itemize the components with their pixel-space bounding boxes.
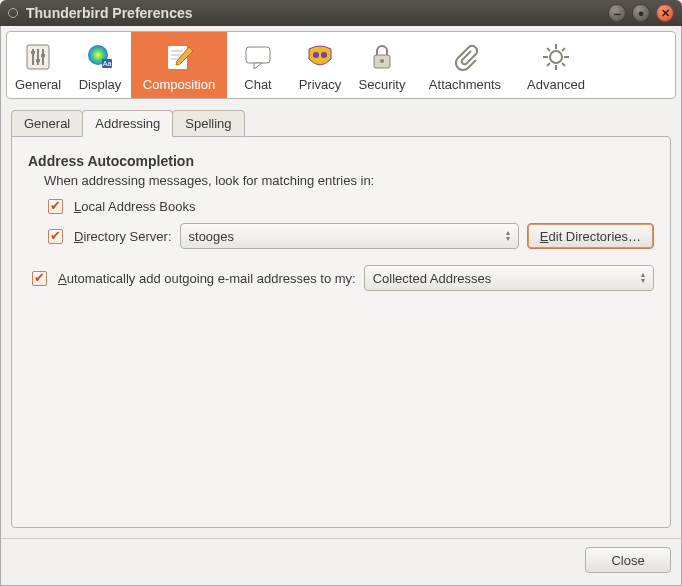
toolbar-advanced[interactable]: Advanced: [517, 32, 595, 98]
toolbar-attachments[interactable]: Attachments: [413, 32, 517, 98]
subtab-spelling[interactable]: Spelling: [172, 110, 244, 137]
toolbar-security[interactable]: Security: [351, 32, 413, 98]
toolbar-label: Security: [359, 77, 406, 92]
svg-point-20: [380, 59, 384, 63]
svg-point-18: [321, 52, 327, 58]
lock-icon: [366, 41, 398, 73]
svg-marker-16: [254, 63, 262, 69]
toolbar-label: Display: [79, 77, 122, 92]
spinner-icon: ▴▾: [506, 230, 510, 242]
window-body: General Aa Display Composition Chat Priv…: [0, 26, 682, 586]
svg-point-17: [313, 52, 319, 58]
row-directory-server: Directory Server: stooges ▴▾ Edit Direct…: [44, 223, 654, 249]
toolbar-label: Privacy: [299, 77, 342, 92]
toolbar-label: General: [15, 77, 61, 92]
svg-rect-5: [36, 59, 40, 62]
svg-rect-6: [41, 54, 45, 57]
directory-server-select[interactable]: stooges ▴▾: [180, 223, 519, 249]
local-address-books-label[interactable]: Local Address Books: [74, 199, 195, 214]
svg-point-21: [550, 51, 562, 63]
toolbar-label: Chat: [244, 77, 271, 92]
toolbar-label: Composition: [143, 77, 215, 92]
edit-directories-button[interactable]: Edit Directories…: [527, 223, 654, 249]
addressing-panel: Address Autocompletion When addressing m…: [11, 136, 671, 528]
svg-line-28: [547, 63, 550, 66]
svg-line-26: [547, 48, 550, 51]
row-local-address-books: Local Address Books: [44, 196, 654, 217]
window-title: Thunderbird Preferences: [26, 5, 193, 21]
section-description: When addressing messages, look for match…: [44, 173, 654, 188]
gear-icon: [540, 41, 572, 73]
svg-rect-4: [31, 51, 35, 54]
toolbar-general[interactable]: General: [7, 32, 69, 98]
dialog-footer: Close: [1, 538, 681, 585]
svg-line-27: [562, 63, 565, 66]
spinner-icon: ▴▾: [641, 272, 645, 284]
svg-rect-15: [246, 47, 270, 63]
svg-text:Aa: Aa: [103, 60, 112, 67]
local-address-books-checkbox[interactable]: [48, 199, 63, 214]
toolbar-privacy[interactable]: Privacy: [289, 32, 351, 98]
window-minimize-button[interactable]: ‒: [608, 4, 626, 22]
app-menu-icon[interactable]: [8, 8, 18, 18]
window-close-button[interactable]: ✕: [656, 4, 674, 22]
compose-icon: [163, 41, 195, 73]
palette-icon: Aa: [84, 41, 116, 73]
toolbar-composition[interactable]: Composition: [131, 32, 227, 98]
chat-icon: [242, 41, 274, 73]
mask-icon: [304, 41, 336, 73]
svg-line-29: [562, 48, 565, 51]
titlebar: Thunderbird Preferences ‒ ● ✕: [0, 0, 682, 26]
pref-toolbar: General Aa Display Composition Chat Priv…: [6, 31, 676, 99]
toolbar-display[interactable]: Aa Display: [69, 32, 131, 98]
toolbar-label: Advanced: [527, 77, 585, 92]
toolbar-label: Attachments: [429, 77, 501, 92]
directory-server-checkbox[interactable]: [48, 229, 63, 244]
auto-add-select[interactable]: Collected Addresses ▴▾: [364, 265, 654, 291]
subtabs: General Addressing Spelling: [1, 99, 681, 136]
select-value: Collected Addresses: [373, 271, 492, 286]
auto-add-checkbox[interactable]: [32, 271, 47, 286]
directory-server-label[interactable]: Directory Server:: [74, 229, 172, 244]
close-button[interactable]: Close: [585, 547, 671, 573]
sliders-icon: [22, 41, 54, 73]
subtab-general[interactable]: General: [11, 110, 83, 137]
subtab-addressing[interactable]: Addressing: [82, 110, 173, 137]
auto-add-label[interactable]: Automatically add outgoing e-mail addres…: [58, 271, 356, 286]
section-title: Address Autocompletion: [28, 153, 654, 169]
select-value: stooges: [189, 229, 235, 244]
paperclip-icon: [449, 41, 481, 73]
window-maximize-button[interactable]: ●: [632, 4, 650, 22]
row-auto-add: Automatically add outgoing e-mail addres…: [28, 265, 654, 291]
toolbar-chat[interactable]: Chat: [227, 32, 289, 98]
